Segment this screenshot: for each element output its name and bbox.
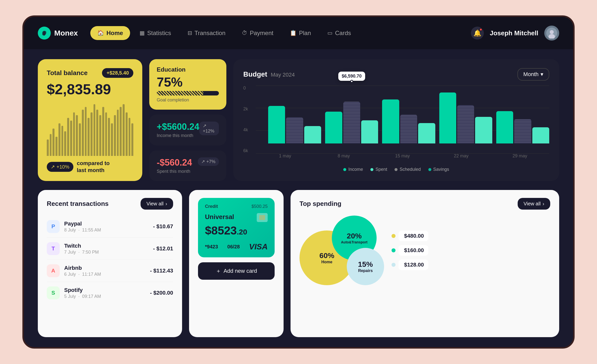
- add-card-button[interactable]: ＋ Add new card: [198, 262, 275, 280]
- education-progress-bar: [157, 91, 219, 95]
- balance-bar: [114, 115, 116, 156]
- spending-view-all[interactable]: View all ›: [518, 198, 550, 210]
- bar-income-4: [439, 92, 456, 143]
- spending-card: Top spending View all › 60% Home: [291, 190, 559, 337]
- paypal-logo: P: [47, 220, 60, 233]
- legend-savings: Savings: [428, 167, 449, 172]
- arrow-up-icon: ↗: [51, 164, 55, 170]
- tx-twitch-date: 7 July · 7:50 PM: [64, 250, 149, 255]
- bar-income-1: [268, 106, 285, 143]
- balance-footer: ↗ +10% compared tolast month: [47, 160, 133, 174]
- nav-statistics-label: Statistics: [147, 30, 171, 37]
- venn-diagram: 60% Home 20% Auto&Transport 15% Repairs: [299, 216, 384, 285]
- spending-header: Top spending View all ›: [299, 198, 550, 210]
- education-label: Goal completion: [157, 97, 219, 103]
- logo-area: Monex: [38, 27, 78, 40]
- spending-inner: 60% Home 20% Auto&Transport 15% Repairs: [299, 216, 550, 285]
- tx-paypal-name: Paypal: [64, 221, 149, 227]
- nav-payment[interactable]: ⏱ Payment: [235, 26, 280, 40]
- legend-income-dot: [343, 168, 346, 171]
- bar-scheduled-4: [457, 105, 474, 143]
- svg-point-1: [550, 30, 554, 34]
- bar-savings-4: [475, 117, 492, 143]
- credit-card-balance: $8523.20: [205, 224, 268, 237]
- nav-items: 🏠 Home ▦ Statistics ⊟ Transaction ⏱ Paym…: [90, 26, 466, 40]
- balance-bar: [123, 104, 125, 156]
- nav-payment-label: Payment: [250, 30, 273, 37]
- credit-card-header: Credit $500.25: [205, 204, 268, 209]
- venn-home-label: Home: [321, 260, 332, 264]
- compared-text: compared tolast month: [77, 160, 110, 174]
- venn-auto-label: Auto&Transport: [341, 240, 368, 244]
- transactions-title: Recent transactions: [47, 200, 109, 208]
- tooltip-bubble: $6,590.70: [338, 72, 365, 81]
- income-left: +$5600.24 Income this month: [157, 122, 199, 138]
- tx-airbnb-info: Airbnb 6 July · 11:17 AM: [64, 265, 146, 277]
- spending-view-all-label: View all: [524, 201, 541, 207]
- plan-icon: 📋: [290, 30, 297, 36]
- credit-card-footer: *9423 06/28 VISA: [205, 242, 268, 251]
- cards-icon: ▭: [327, 30, 333, 36]
- bar-group-5: [496, 86, 549, 143]
- tx-airbnb-amount: - $112.43: [150, 268, 173, 274]
- legend-repairs-dot: [392, 263, 396, 267]
- nav-transaction[interactable]: ⊟ Transaction: [181, 26, 233, 40]
- notification-button[interactable]: 🔔: [471, 27, 484, 40]
- nav-statistics[interactable]: ▦ Statistics: [133, 26, 178, 40]
- percent-value: +10%: [56, 164, 69, 170]
- budget-date: May 2024: [271, 72, 295, 78]
- tx-airbnb-name: Airbnb: [64, 265, 146, 271]
- spent-label: Spent this month: [157, 169, 192, 174]
- plus-icon: ＋: [216, 267, 221, 275]
- statistics-icon: ▦: [140, 30, 145, 36]
- tx-paypal-info: Paypal 8 July · 11:55 AM: [64, 221, 149, 233]
- tx-spotify-info: Spotify 5 July · 09:17 AM: [64, 287, 146, 299]
- nav-home[interactable]: 🏠 Home: [90, 26, 130, 40]
- balance-bar: [61, 126, 63, 156]
- legend-auto-item: $160.00: [392, 245, 428, 256]
- x-labels: 1 may 8 may 15 may 22 may 29 may: [256, 153, 549, 163]
- balance-bar: [102, 107, 104, 156]
- tx-twitch-info: Twitch 7 July · 7:50 PM: [64, 243, 149, 255]
- legend-income: Income: [343, 167, 363, 172]
- venn-home-percent: 60%: [319, 251, 334, 260]
- user-name: Joseph Mitchell: [490, 29, 538, 37]
- month-label: Month: [523, 71, 539, 78]
- credit-balance-cents: .20: [237, 228, 247, 236]
- twitch-logo: T: [47, 242, 60, 255]
- month-button[interactable]: Month ▾: [517, 68, 549, 81]
- legend-repairs-item: $128.00: [392, 260, 428, 270]
- bottom-row: Recent transactions View all › P Paypal …: [38, 190, 559, 337]
- bar-savings-1: [304, 126, 321, 143]
- legend-spent-dot: [370, 168, 373, 171]
- balance-bar: [94, 104, 96, 156]
- balance-bar: [73, 112, 75, 156]
- chart-legend: Income Spent Scheduled Savings: [243, 167, 549, 172]
- balance-title: Total balance: [47, 69, 88, 77]
- bar-group-1: [268, 86, 321, 143]
- nav-cards[interactable]: ▭ Cards: [320, 26, 358, 40]
- spending-arrow-icon: ›: [543, 201, 544, 207]
- income-label: Income this month: [157, 133, 199, 138]
- tx-spotify-name: Spotify: [64, 287, 146, 293]
- tx-twitch-name: Twitch: [64, 243, 149, 249]
- balance-bar: [108, 118, 110, 156]
- bar-savings-3: [418, 123, 435, 143]
- nav-plan-label: Plan: [299, 30, 311, 37]
- income-amount: +$5600.24: [157, 122, 199, 132]
- income-badge: ↗ +12%: [199, 122, 219, 135]
- arrow-right-icon: ›: [165, 201, 167, 207]
- airbnb-logo: A: [47, 264, 60, 277]
- tx-item-spotify: S Spotify 5 July · 09:17 AM - $200.00: [47, 282, 173, 304]
- balance-bar: [129, 118, 131, 156]
- education-title: Education: [157, 66, 219, 73]
- transactions-view-all[interactable]: View all ›: [141, 198, 173, 210]
- legend-spent: Spent: [370, 167, 387, 172]
- add-card-label: Add new card: [224, 268, 257, 274]
- balance-bar: [52, 129, 54, 156]
- balance-bar: [91, 112, 93, 156]
- balance-bar: [126, 112, 128, 156]
- bar-scheduled-3: [400, 115, 417, 144]
- balance-bar: [99, 115, 101, 156]
- nav-plan[interactable]: 📋 Plan: [283, 26, 318, 40]
